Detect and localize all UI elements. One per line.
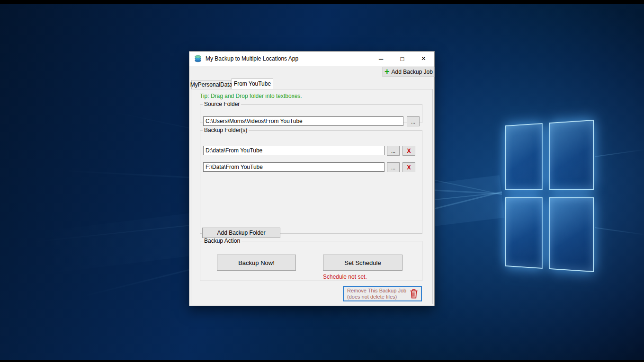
backup-folder-browse-button-1[interactable]: ... bbox=[387, 146, 400, 156]
app-icon bbox=[194, 54, 202, 63]
backup-folder-delete-button-2[interactable]: X bbox=[402, 162, 415, 172]
windows-logo-pane bbox=[549, 197, 594, 272]
source-folder-group-label: Source Folder bbox=[203, 101, 241, 107]
app-window: My Backup to Multiple Locations App ─ □ … bbox=[189, 51, 435, 306]
window-controls: ─ □ × bbox=[370, 52, 434, 66]
windows-logo-pane bbox=[505, 197, 543, 269]
remove-job-line1: Remove This Backup Job bbox=[347, 288, 406, 293]
set-schedule-button[interactable]: Set Schedule bbox=[323, 255, 402, 271]
windows-logo bbox=[505, 120, 594, 272]
desktop: My Backup to Multiple Locations App ─ □ … bbox=[0, 0, 644, 362]
source-folder-input[interactable] bbox=[203, 116, 403, 126]
backup-folders-group-label: Backup Folder(s) bbox=[203, 127, 249, 133]
tab-page-from-youtube: Tip: Drag and Drop folder into textboxes… bbox=[191, 89, 433, 304]
titlebar[interactable]: My Backup to Multiple Locations App ─ □ … bbox=[189, 52, 434, 66]
backup-folder-input-1[interactable] bbox=[203, 146, 385, 155]
remove-backup-job-label: Remove This Backup Job (does not delete … bbox=[347, 288, 407, 300]
backup-action-group: Backup Action Backup Now! Set Schedule S… bbox=[200, 238, 422, 281]
source-folder-group: Source Folder ... bbox=[200, 101, 422, 123]
window-title: My Backup to Multiple Locations App bbox=[206, 55, 298, 62]
tab-from-youtube[interactable]: From YouTube bbox=[232, 78, 273, 89]
add-backup-folder-button[interactable]: Add Backup Folder bbox=[202, 228, 280, 238]
light-beam bbox=[595, 227, 644, 235]
tab-mypersonaldata[interactable]: MyPersonalData bbox=[191, 80, 231, 89]
close-button[interactable]: × bbox=[413, 52, 434, 66]
remove-backup-job-button[interactable]: Remove This Backup Job (does not delete … bbox=[343, 286, 422, 301]
backup-folder-browse-button-2[interactable]: ... bbox=[387, 162, 400, 172]
trash-icon bbox=[409, 288, 419, 299]
light-beam bbox=[595, 149, 644, 157]
backup-folder-input-2[interactable] bbox=[203, 162, 385, 172]
maximize-button[interactable]: □ bbox=[392, 52, 413, 66]
remove-job-line2: (does not delete files) bbox=[347, 294, 397, 300]
backup-folders-group: Backup Folder(s) ... X ... X Add Backup … bbox=[200, 127, 422, 234]
backup-action-group-label: Backup Action bbox=[203, 238, 242, 244]
source-folder-browse-button[interactable]: ... bbox=[407, 116, 420, 126]
backup-now-button[interactable]: Backup Now! bbox=[217, 255, 296, 271]
windows-logo-pane bbox=[505, 123, 543, 190]
plus-icon: + bbox=[385, 68, 390, 75]
screen-bottom-black-bar bbox=[0, 360, 644, 362]
backup-folder-delete-button-1[interactable]: X bbox=[402, 146, 415, 156]
add-backup-job-button[interactable]: + Add Backup Job bbox=[383, 67, 435, 77]
screen-top-black-bar bbox=[0, 0, 644, 4]
windows-logo-pane bbox=[549, 120, 594, 190]
schedule-status-text: Schedule not set. bbox=[323, 274, 367, 280]
add-backup-job-label: Add Backup Job bbox=[392, 69, 433, 75]
tip-text: Tip: Drag and Drop folder into textboxes… bbox=[200, 93, 302, 99]
minimize-button[interactable]: ─ bbox=[370, 52, 392, 66]
